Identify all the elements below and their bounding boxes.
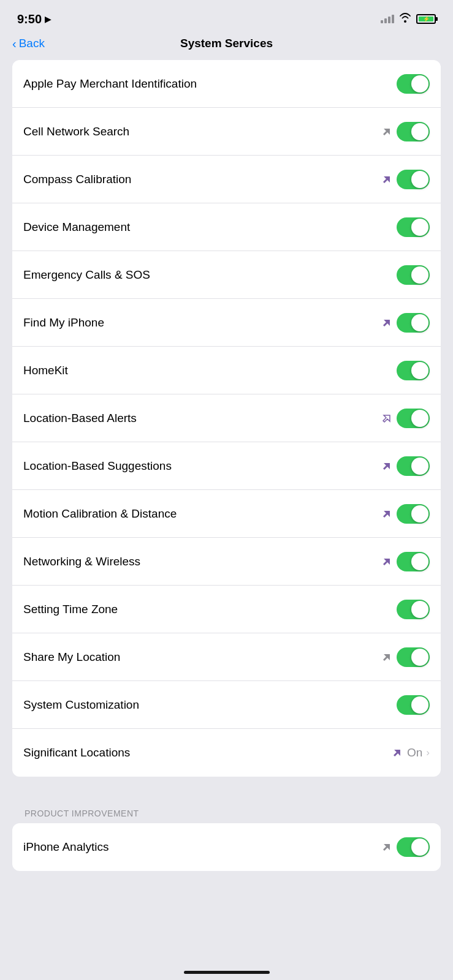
row-right-motion	[381, 504, 430, 524]
time-display: 9:50	[17, 12, 42, 26]
toggle-knob-sys-custom	[411, 696, 428, 714]
row-label-compass: Compass Calibration	[23, 173, 131, 186]
toggle-loc-alerts[interactable]	[397, 409, 430, 428]
location-arrow-gray-icon	[381, 126, 393, 138]
home-indicator	[184, 971, 270, 974]
row-right-find-my	[381, 313, 430, 333]
toggle-device-mgmt[interactable]	[397, 217, 430, 237]
row-label-loc-suggestions: Location-Based Suggestions	[23, 459, 172, 473]
toggle-knob-share-location	[411, 649, 428, 666]
row-right-sig-locations[interactable]: On ›	[391, 746, 430, 760]
wifi-icon	[399, 13, 411, 25]
toggle-cell-network[interactable]	[397, 122, 430, 141]
toggle-knob-emergency	[411, 266, 428, 284]
settings-row-homekit: HomeKit	[12, 347, 441, 394]
toggle-networking[interactable]	[397, 552, 430, 571]
row-label-sys-custom: System Customization	[23, 698, 139, 712]
location-arrow-purple-solid-icon	[381, 173, 393, 186]
settings-row-sys-custom: System Customization	[12, 681, 441, 729]
toggle-knob-motion	[411, 505, 428, 522]
row-right-iphone-analytics	[381, 837, 430, 857]
location-arrow-purple-solid-icon	[391, 747, 403, 759]
row-right-compass	[381, 170, 430, 189]
settings-row-cell-network: Cell Network Search	[12, 108, 441, 156]
toggle-iphone-analytics[interactable]	[397, 837, 430, 857]
location-arrow-purple-solid-icon	[381, 460, 393, 472]
row-label-device-mgmt: Device Management	[23, 221, 130, 234]
location-arrow-status: ▶	[45, 15, 51, 24]
row-right-apple-pay	[397, 74, 430, 94]
signal-indicator	[381, 15, 394, 23]
toggle-knob-networking	[411, 553, 428, 570]
row-label-iphone-analytics: iPhone Analytics	[23, 840, 108, 854]
row-right-cell-network	[381, 122, 430, 141]
toggle-knob-apple-pay	[411, 75, 428, 92]
settings-card-product-improvement: iPhone Analytics	[12, 823, 441, 871]
row-right-networking	[381, 552, 430, 571]
toggle-knob-iphone-analytics	[411, 839, 428, 856]
page-title: System Services	[180, 37, 273, 50]
back-button[interactable]: ‹ Back	[12, 37, 45, 50]
row-label-motion: Motion Calibration & Distance	[23, 507, 177, 521]
section-header-product-improvement: PRODUCT IMPROVEMENT	[12, 799, 441, 823]
settings-row-networking: Networking & Wireless	[12, 538, 441, 586]
row-label-cell-network: Cell Network Search	[23, 125, 129, 138]
product-improvement-section: PRODUCT IMPROVEMENT iPhone Analytics	[12, 799, 441, 871]
settings-row-emergency: Emergency Calls & SOS	[12, 251, 441, 299]
main-content: Apple Pay Merchant Identification Cell N…	[0, 60, 453, 871]
settings-row-device-mgmt: Device Management	[12, 203, 441, 251]
row-label-networking: Networking & Wireless	[23, 555, 140, 568]
toggle-timezone[interactable]	[397, 600, 430, 619]
location-arrow-gray-icon	[381, 651, 393, 663]
back-label: Back	[19, 37, 45, 50]
settings-card-main: Apple Pay Merchant Identification Cell N…	[12, 60, 441, 777]
location-arrow-purple-solid-icon	[381, 508, 393, 520]
settings-row-compass: Compass Calibration	[12, 156, 441, 203]
status-time: 9:50 ▶	[17, 12, 51, 26]
toggle-knob-cell-network	[411, 123, 428, 140]
settings-row-find-my: Find My iPhone	[12, 299, 441, 347]
row-label-loc-alerts: Location-Based Alerts	[23, 412, 137, 425]
settings-row-loc-suggestions: Location-Based Suggestions	[12, 442, 441, 490]
settings-row-iphone-analytics: iPhone Analytics	[12, 823, 441, 871]
toggle-emergency[interactable]	[397, 265, 430, 285]
row-label-sig-locations: Significant Locations	[23, 746, 130, 760]
location-arrow-purple-solid-icon	[381, 317, 393, 329]
settings-row-loc-alerts: Location-Based Alerts	[12, 394, 441, 442]
toggle-loc-suggestions[interactable]	[397, 456, 430, 476]
settings-row-sig-locations: Significant Locations On ›	[12, 729, 441, 777]
settings-row-motion: Motion Calibration & Distance	[12, 490, 441, 538]
row-right-sys-custom	[397, 695, 430, 715]
status-bar: 9:50 ▶ ⚡	[0, 0, 453, 33]
row-value-sig-locations: On	[407, 746, 422, 760]
toggle-homekit[interactable]	[397, 361, 430, 380]
toggle-knob-loc-suggestions	[411, 458, 428, 475]
back-chevron-icon: ‹	[12, 37, 17, 50]
settings-row-timezone: Setting Time Zone	[12, 586, 441, 633]
toggle-compass[interactable]	[397, 170, 430, 189]
row-right-timezone	[397, 600, 430, 619]
toggle-apple-pay[interactable]	[397, 74, 430, 94]
toggle-find-my[interactable]	[397, 313, 430, 333]
battery-indicator: ⚡	[416, 14, 436, 24]
row-right-device-mgmt	[397, 217, 430, 237]
row-label-timezone: Setting Time Zone	[23, 603, 118, 616]
toggle-motion[interactable]	[397, 504, 430, 524]
location-arrow-gray-icon	[381, 841, 393, 853]
toggle-knob-homekit	[411, 362, 428, 379]
row-right-share-location	[381, 647, 430, 667]
row-label-share-location: Share My Location	[23, 650, 120, 664]
toggle-knob-compass	[411, 171, 428, 188]
row-label-apple-pay: Apple Pay Merchant Identification	[23, 77, 197, 91]
toggle-share-location[interactable]	[397, 647, 430, 667]
toggle-knob-device-mgmt	[411, 219, 428, 236]
row-label-homekit: HomeKit	[23, 364, 68, 377]
row-label-find-my: Find My iPhone	[23, 316, 104, 330]
toggle-knob-timezone	[411, 601, 428, 618]
settings-row-apple-pay: Apple Pay Merchant Identification	[12, 60, 441, 108]
location-arrow-purple-outline-icon	[381, 412, 393, 424]
location-arrow-purple-solid-icon	[381, 556, 393, 568]
row-right-emergency	[397, 265, 430, 285]
toggle-sys-custom[interactable]	[397, 695, 430, 715]
chevron-right-icon-sig-locations: ›	[426, 747, 430, 759]
